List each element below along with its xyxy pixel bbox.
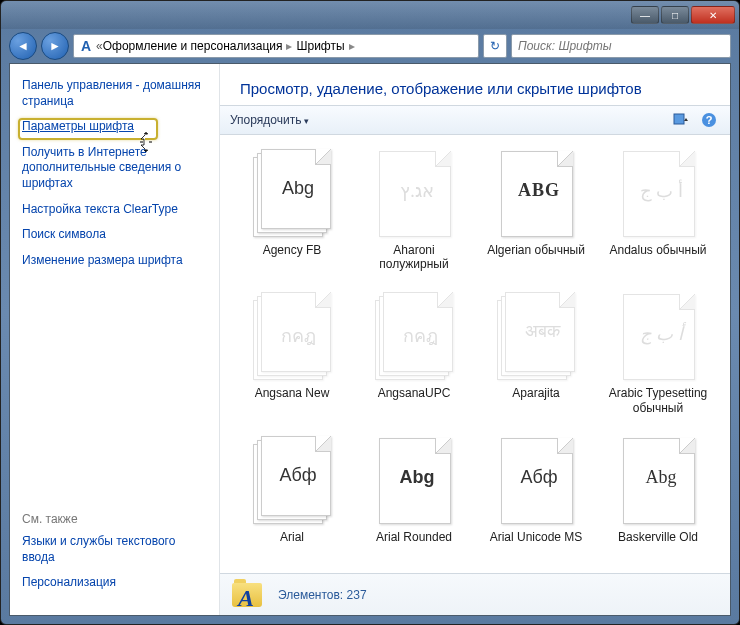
window: — □ ✕ ◄ ► A « Оформление и персонализаци… <box>0 0 740 625</box>
font-sample: กคฎ <box>392 321 448 350</box>
sidebar-link-font-settings[interactable]: Параметры шрифта <box>22 119 207 135</box>
sidebar-link-textsize[interactable]: Изменение размера шрифта <box>22 253 207 269</box>
font-item[interactable]: АбфArial <box>234 436 350 559</box>
font-sample: Abg <box>388 467 446 488</box>
seealso-heading: См. также <box>22 512 207 526</box>
font-name-label: Aparajita <box>512 386 559 400</box>
sidebar-link-online-info[interactable]: Получить в Интернете дополнительные свед… <box>22 145 207 192</box>
font-name-label: Andalus обычный <box>609 243 706 257</box>
forward-button[interactable]: ► <box>41 32 69 60</box>
seealso-link-personalization[interactable]: Персонализация <box>22 575 207 591</box>
font-sample: Abg <box>270 178 326 199</box>
search-input[interactable] <box>511 34 731 58</box>
font-name-label: Arial Unicode MS <box>490 530 583 544</box>
cp-home-link[interactable]: Панель управления - домашняя страница <box>22 78 207 109</box>
refresh-button[interactable]: ↻ <box>483 34 507 58</box>
font-item[interactable]: أ ب جAndalus обычный <box>600 149 716 286</box>
font-item[interactable]: अबकAparajita <box>478 292 594 429</box>
font-thumb: أ ب ج <box>619 292 697 382</box>
font-thumb: ABG <box>497 149 575 239</box>
sidebar-link-cleartype[interactable]: Настройка текста ClearType <box>22 202 207 218</box>
svg-text:?: ? <box>706 114 713 126</box>
content-area: Панель управления - домашняя страница Па… <box>9 63 731 616</box>
font-thumb: Abg <box>619 436 697 526</box>
titlebar: — □ ✕ <box>1 1 739 29</box>
sidebar: Панель управления - домашняя страница Па… <box>10 64 220 615</box>
font-name-label: Arial <box>280 530 304 544</box>
breadcrumb-sep-icon: ▸ <box>345 39 359 53</box>
back-button[interactable]: ◄ <box>9 32 37 60</box>
font-thumb: أ ب ج <box>619 149 697 239</box>
font-name-label: Arabic Typesetting обычный <box>608 386 708 415</box>
font-item[interactable]: أ ب جArabic Typesetting обычный <box>600 292 716 429</box>
breadcrumb-part[interactable]: Шрифты <box>296 39 344 53</box>
font-sample: אג.ץ <box>388 180 446 202</box>
font-folder-icon: A <box>78 38 94 54</box>
breadcrumb[interactable]: A « Оформление и персонализация ▸ Шрифты… <box>73 34 479 58</box>
font-thumb: กคฎ <box>253 292 331 382</box>
font-name-label: Arial Rounded <box>376 530 452 544</box>
sidebar-link-charmap[interactable]: Поиск символа <box>22 227 207 243</box>
font-thumb: अबक <box>497 292 575 382</box>
history-chevron-icon[interactable]: « <box>96 39 103 53</box>
font-sample: กคฎ <box>270 321 326 350</box>
seealso-link-languages[interactable]: Языки и службы текстового ввода <box>22 534 207 565</box>
organize-button[interactable]: Упорядочить <box>230 113 309 127</box>
font-item[interactable]: กคฎAngsanaUPC <box>356 292 472 429</box>
font-thumb: Abg <box>375 436 453 526</box>
page-title: Просмотр, удаление, отображение или скры… <box>220 64 730 105</box>
font-item[interactable]: AbgAgency FB <box>234 149 350 286</box>
font-name-label: Baskerville Old <box>618 530 698 544</box>
statusbar: A Элементов: 237 <box>220 573 730 615</box>
font-thumb: Абф <box>497 436 575 526</box>
help-button[interactable]: ? <box>698 110 720 130</box>
font-thumb: กคฎ <box>375 292 453 382</box>
font-item[interactable]: กคฎAngsana New <box>234 292 350 429</box>
font-name-label: Agency FB <box>263 243 322 257</box>
navbar: ◄ ► A « Оформление и персонализация ▸ Шр… <box>1 29 739 63</box>
minimize-button[interactable]: — <box>631 6 659 24</box>
font-item[interactable]: ABGAlgerian обычный <box>478 149 594 286</box>
font-name-label: Aharoni полужирный <box>364 243 464 272</box>
toolbar: Упорядочить ? <box>220 105 730 135</box>
font-grid[interactable]: AbgAgency FBאג.ץAharoni полужирныйABGAlg… <box>220 135 730 573</box>
font-thumb: אג.ץ <box>375 149 453 239</box>
font-sample: अबक <box>514 321 570 342</box>
font-item[interactable]: АбфArial Unicode MS <box>478 436 594 559</box>
font-thumb: Абф <box>253 436 331 526</box>
font-thumb: Abg <box>253 149 331 239</box>
font-sample: أ ب ج <box>632 180 690 202</box>
font-name-label: Angsana New <box>255 386 330 400</box>
font-name-label: AngsanaUPC <box>378 386 451 400</box>
font-item[interactable]: AbgBaskerville Old <box>600 436 716 559</box>
font-name-label: Algerian обычный <box>487 243 585 257</box>
maximize-button[interactable]: □ <box>661 6 689 24</box>
breadcrumb-sep-icon: ▸ <box>282 39 296 53</box>
font-sample: أ ب ج <box>632 323 690 345</box>
font-item[interactable]: אג.ץAharoni полужирный <box>356 149 472 286</box>
font-sample: Абф <box>510 467 568 488</box>
main-panel: Просмотр, удаление, отображение или скры… <box>220 64 730 615</box>
breadcrumb-part[interactable]: Оформление и персонализация <box>103 39 283 53</box>
font-sample: ABG <box>510 180 568 201</box>
status-text: Элементов: 237 <box>278 588 367 602</box>
view-options-button[interactable] <box>670 110 692 130</box>
close-button[interactable]: ✕ <box>691 6 735 24</box>
font-sample: Абф <box>270 465 326 486</box>
font-item[interactable]: AbgArial Rounded <box>356 436 472 559</box>
font-sample: Abg <box>632 467 690 488</box>
svg-rect-0 <box>674 114 684 124</box>
fonts-folder-icon: A <box>232 579 264 611</box>
